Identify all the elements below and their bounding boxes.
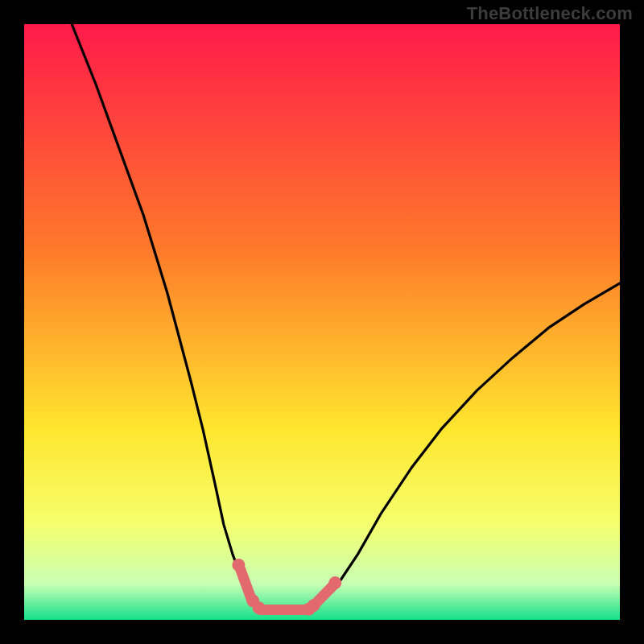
watermark-text: TheBottleneck.com	[467, 3, 633, 24]
chart-frame: TheBottleneck.com	[0, 0, 644, 644]
accent-point	[308, 599, 320, 612]
gradient-background	[24, 24, 620, 620]
accent-point	[232, 559, 245, 572]
bottleneck-chart	[24, 24, 620, 620]
accent-point	[253, 601, 266, 614]
accent-point	[328, 576, 341, 589]
